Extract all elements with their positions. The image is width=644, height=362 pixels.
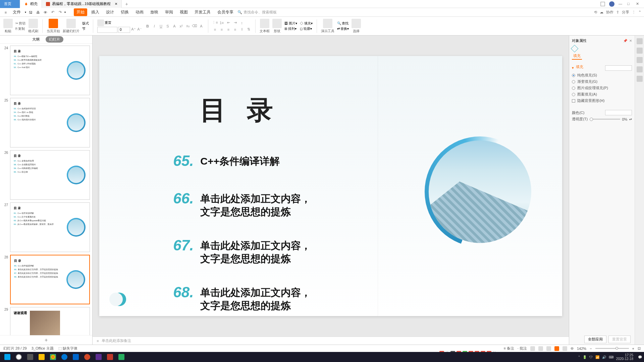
- home-tab[interactable]: 首页: [0, 0, 20, 8]
- print-icon[interactable]: 🖶: [35, 9, 41, 15]
- start-button[interactable]: [2, 353, 13, 361]
- menu-file[interactable]: 文件: [10, 8, 23, 16]
- menu-animation[interactable]: 动画: [133, 8, 146, 16]
- arrange-button[interactable]: ⊞ 排列▾: [284, 26, 297, 31]
- dropdown-icon[interactable]: ▾: [25, 11, 26, 14]
- from-begin-button[interactable]: 当页开始: [47, 19, 60, 34]
- highlight-button[interactable]: A: [172, 23, 177, 29]
- slide-canvas[interactable]: 目 录 65. C++条件编译详解 66. 单击此处添加正文内容， 文字是您思想…: [99, 56, 562, 316]
- solid-fill-option[interactable]: 纯色填充(S): [572, 73, 632, 78]
- italic-button[interactable]: I: [152, 23, 157, 29]
- tool-icon[interactable]: [637, 57, 643, 63]
- new-slide-button[interactable]: 新建幻灯片: [63, 19, 79, 34]
- slide-thumbnail[interactable]: 目 录49.C++模板与C++编程范50.C++数学和类函数模板如何51.C++…: [10, 46, 90, 95]
- font-input[interactable]: [97, 27, 117, 33]
- tool-icon[interactable]: [637, 48, 643, 54]
- slides-tab[interactable]: 幻灯片: [46, 36, 63, 43]
- taskview-button[interactable]: [25, 353, 36, 361]
- comments-toggle[interactable]: · 批注: [518, 346, 527, 351]
- add-slide-button[interactable]: +: [0, 335, 92, 345]
- missing-font-button[interactable]: ⬚ 缺失字体: [58, 346, 77, 351]
- close-icon[interactable]: ✕: [115, 2, 117, 6]
- find-button[interactable]: 🔍 查找: [337, 21, 349, 26]
- bullets-button[interactable]: ⋮≡: [212, 20, 218, 25]
- slide-thumbnail[interactable]: 谢谢观看: [10, 307, 90, 335]
- slide-image[interactable]: [425, 136, 535, 247]
- increase-font-icon[interactable]: A⁺: [131, 27, 136, 32]
- view-normal-icon[interactable]: [530, 346, 535, 351]
- cortana-button[interactable]: [13, 353, 24, 361]
- menu-view[interactable]: 视图: [177, 8, 191, 16]
- replace-button[interactable]: ⇄ 替换▾: [337, 26, 349, 31]
- thumbnail-list[interactable]: 24目 录49.C++模板与C++编程范50.C++数学和类函数模板如何51.C…: [0, 44, 92, 335]
- columns-button[interactable]: ⫴: [239, 27, 245, 32]
- chevron-up-icon[interactable]: ⌃: [638, 10, 641, 14]
- tray-icon[interactable]: 🔊: [602, 355, 606, 359]
- fontsize-input[interactable]: [118, 27, 130, 33]
- menu-icon[interactable]: ≡: [3, 9, 9, 15]
- apply-all-button[interactable]: 全部应用: [584, 336, 606, 343]
- menu-member[interactable]: 会员专享: [215, 8, 236, 16]
- gradient-fill-option[interactable]: 渐变填充(G): [572, 79, 632, 84]
- format-painter-button[interactable]: 格式刷: [28, 19, 38, 34]
- cloud-icon[interactable]: ☁: [600, 10, 603, 14]
- share-icon[interactable]: ⇪: [616, 10, 619, 14]
- maximize-button[interactable]: □: [627, 2, 632, 6]
- color-picker[interactable]: [605, 110, 632, 115]
- tray-icon[interactable]: 🔋: [583, 355, 587, 359]
- taskbar-app[interactable]: [105, 353, 115, 361]
- slide-title[interactable]: 目 录: [200, 93, 280, 128]
- taskbar-app[interactable]: [36, 353, 47, 361]
- reset-icon[interactable]: [97, 19, 104, 26]
- tool-icon[interactable]: [637, 76, 643, 82]
- share-label[interactable]: 分享: [622, 10, 629, 15]
- tool-icon[interactable]: [637, 38, 643, 44]
- expand-icon[interactable]: ▾: [572, 66, 574, 70]
- taskbar-app[interactable]: [82, 353, 93, 361]
- redo-icon[interactable]: ↷: [57, 9, 63, 15]
- tool-icon[interactable]: [637, 66, 643, 72]
- coop-label[interactable]: 协作: [606, 10, 613, 15]
- search-box[interactable]: 🔍 查找命令、搜索模板: [237, 10, 277, 15]
- taskbar-app[interactable]: [59, 353, 70, 361]
- select-button[interactable]: 选择: [352, 19, 361, 34]
- font-color-button[interactable]: A: [199, 23, 204, 29]
- fill-button[interactable]: ◇ 填充▾: [300, 21, 313, 26]
- strike-button[interactable]: S: [165, 23, 170, 29]
- paste-button[interactable]: 粘贴: [3, 19, 13, 34]
- pin-icon[interactable]: 📌: [623, 39, 627, 43]
- menu-insert[interactable]: 插入: [89, 8, 102, 16]
- copy-button[interactable]: ⎘复制: [15, 26, 25, 31]
- tray-icon[interactable]: 📶: [595, 355, 599, 359]
- textbox-button[interactable]: 文本框: [260, 19, 270, 34]
- taskbar-app[interactable]: [48, 353, 58, 361]
- reset-bg-button[interactable]: 重置背景: [608, 336, 631, 343]
- picture-fill-option[interactable]: 图片或纹理填充(P): [572, 85, 632, 90]
- notes-toggle[interactable]: ≡ 备注: [503, 346, 514, 351]
- taskbar-app[interactable]: [116, 353, 127, 361]
- more-icon[interactable]: ⋮: [632, 10, 636, 14]
- align-right-button[interactable]: ≡: [226, 27, 231, 32]
- menu-slideshow[interactable]: 放映: [148, 8, 161, 16]
- subscript-button[interactable]: x₂: [185, 23, 191, 29]
- outline-button[interactable]: ◻ 轮廓▾: [300, 26, 313, 31]
- toc-item-66[interactable]: 66. 单击此处添加正文内容， 文字是您思想的提炼: [173, 190, 311, 218]
- superscript-button[interactable]: x²: [178, 23, 184, 29]
- taskbar-app[interactable]: [70, 353, 81, 361]
- transparency-slider[interactable]: [590, 119, 620, 120]
- save-icon[interactable]: 🖫: [28, 9, 34, 15]
- minimize-button[interactable]: —: [619, 2, 623, 6]
- align-left-button[interactable]: ≡: [212, 27, 218, 32]
- text-direction-button[interactable]: ⇅: [246, 27, 251, 32]
- menu-design[interactable]: 设计: [103, 8, 117, 16]
- shape-button[interactable]: 形状: [272, 19, 282, 34]
- hide-bg-option[interactable]: 隐藏背景图形(H): [572, 98, 632, 103]
- tab-daoke[interactable]: 稻壳: [20, 0, 42, 8]
- menu-start[interactable]: 开始: [74, 8, 87, 16]
- zoom-value[interactable]: 142%: [577, 347, 586, 351]
- menu-devtools[interactable]: 开发工具: [192, 8, 213, 16]
- zoom-slider[interactable]: [595, 348, 629, 349]
- decrease-indent-button[interactable]: ⇤: [226, 20, 231, 25]
- tray-icon[interactable]: ⌨: [609, 355, 613, 359]
- stepper-icon[interactable]: ▴▾: [629, 118, 632, 121]
